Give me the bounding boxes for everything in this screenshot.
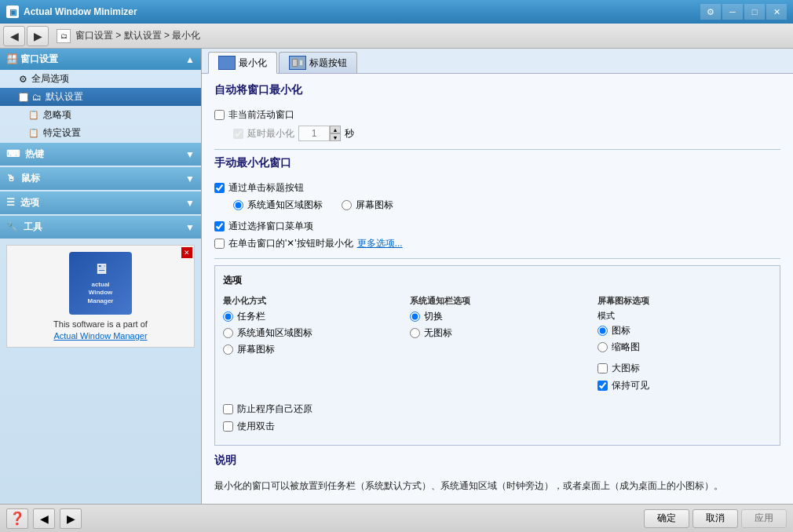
title-btn-row: 通过单击标题按钮 [214, 181, 780, 195]
sidebar-section-window-settings[interactable]: 🪟 窗口设置 ▲ [0, 49, 201, 70]
delay-value-input[interactable] [298, 126, 330, 141]
thumbmode-radio[interactable] [597, 342, 608, 352]
sidebar-section-mouse[interactable]: 🖱 鼠标 ▼ [0, 167, 201, 190]
systray-radio-row: 系统通知区域图标 [233, 199, 323, 212]
keepvisible-label[interactable]: 保持可见 [612, 379, 649, 392]
forward-button[interactable]: ▶ [27, 26, 49, 46]
sidebar-item-specific[interactable]: 📋 特定设置 [0, 124, 201, 142]
sidebar-section-options[interactable]: ☰ 选项 ▼ [0, 191, 201, 214]
non-active-label[interactable]: 非当前活动窗口 [228, 108, 294, 122]
systray-label[interactable]: 系统通知区域图标 [247, 199, 323, 212]
delay-checkbox[interactable] [233, 129, 243, 139]
apply-button[interactable]: 应用 [741, 509, 787, 528]
expand-icon: ▼ [185, 198, 195, 209]
minimize-tab-icon [218, 56, 236, 70]
back-status-btn[interactable]: ◀ [33, 508, 55, 529]
titlebutton-tab-icon [289, 56, 306, 70]
title-btn-label[interactable]: 通过单击标题按钮 [228, 181, 304, 195]
sidebar-item-label: 特定设置 [43, 126, 81, 140]
screenopt-label[interactable]: 屏幕图标 [237, 343, 275, 356]
double-click-label[interactable]: 使用双击 [237, 420, 275, 433]
iconmode-radio[interactable] [597, 326, 608, 336]
toggle-radio[interactable] [410, 312, 420, 322]
iconmode-label[interactable]: 图标 [612, 324, 630, 337]
hotkeys-icon: ⌨ [6, 148, 20, 159]
default-checkbox[interactable] [19, 93, 28, 102]
sidebar-item-ignore[interactable]: 📋 忽略项 [0, 106, 201, 124]
help-btn[interactable]: ❓ [6, 508, 28, 529]
sidebar-item-label: 全局选项 [31, 72, 69, 86]
screenicon-radio[interactable] [342, 200, 352, 210]
screenicon-radio-row: 屏幕图标 [342, 199, 393, 212]
section-divider-2 [214, 258, 780, 259]
double-click-checkbox[interactable] [223, 421, 233, 432]
close-window-btn[interactable]: ✕ [766, 4, 787, 20]
thumbmode-radio-row: 缩略图 [597, 341, 772, 354]
taskbar-label[interactable]: 任务栏 [237, 310, 265, 323]
noicon-radio[interactable] [410, 328, 420, 338]
prevent-restore-row: 防止程序自己还原 [223, 403, 772, 416]
back-button[interactable]: ◀ [3, 26, 25, 46]
maximize-window-btn[interactable]: □ [744, 4, 765, 20]
prevent-restore-checkbox[interactable] [223, 404, 233, 414]
options-icon: ☰ [6, 197, 15, 208]
app-icon: ▣ [6, 5, 19, 18]
col1-title: 最小化方式 [223, 295, 397, 307]
description-title: 说明 [214, 454, 780, 471]
noicon-label[interactable]: 无图标 [424, 326, 452, 340]
sidebar-section-tools[interactable]: 🔧 工具 ▼ [0, 216, 201, 239]
settings-btn[interactable]: ⚙ [700, 4, 721, 20]
status-icons: ❓ ◀ ▶ [6, 508, 641, 529]
delay-spinner: ▲ ▼ [298, 126, 341, 141]
default-icon: 🗂 [32, 92, 42, 103]
forward-status-btn[interactable]: ▶ [60, 508, 82, 529]
sidebar-item-global[interactable]: ⚙ 全局选项 [0, 70, 201, 88]
promo-box: ✕ 🖥 actualWindowManager This software is… [6, 245, 195, 348]
promo-close-btn[interactable]: ✕ [181, 247, 192, 258]
expand-icon: ▼ [185, 149, 195, 160]
systray-radio[interactable] [233, 200, 243, 210]
menu-checkbox[interactable] [214, 221, 225, 231]
spin-down-btn[interactable]: ▼ [330, 133, 341, 141]
keepvisible-checkbox[interactable] [597, 381, 608, 391]
more-options-link[interactable]: 更多选项... [357, 237, 403, 250]
title-btn-checkbox[interactable] [214, 183, 225, 193]
screenicon-label[interactable]: 屏幕图标 [356, 199, 393, 212]
largeicon-checkbox[interactable] [597, 363, 608, 373]
sidebar-section-hotkeys[interactable]: ⌨ 热键 ▼ [0, 143, 201, 166]
noicon-radio-row: 无图标 [410, 326, 584, 340]
largeicon-label[interactable]: 大图标 [612, 362, 640, 375]
spin-buttons: ▲ ▼ [330, 126, 341, 141]
close-min-label[interactable]: 在单击窗口的'✕'按钮时最小化 [228, 237, 353, 250]
col3-title: 屏幕图标选项 [597, 295, 772, 307]
systrayopt-radio[interactable] [223, 328, 233, 338]
global-icon: ⚙ [19, 74, 27, 85]
screenopt-radio[interactable] [223, 344, 233, 355]
prevent-restore-label[interactable]: 防止程序自己还原 [237, 403, 312, 416]
tab-minimize[interactable]: 最小化 [208, 52, 277, 74]
breadcrumb-icon: 🗂 [57, 29, 71, 43]
radio-group: 系统通知区域图标 屏幕图标 [233, 199, 780, 215]
thumbmode-label[interactable]: 缩略图 [612, 341, 640, 354]
description-text: 最小化的窗口可以被放置到任务栏（系统默认方式）、系统通知区域（时钟旁边），或者桌… [214, 479, 780, 493]
cancel-button[interactable]: 取消 [693, 509, 738, 528]
promo-link[interactable]: Actual Window Manager [13, 331, 188, 341]
systrayopt-label[interactable]: 系统通知区域图标 [237, 326, 312, 340]
non-active-row: 非当前活动窗口 [214, 108, 780, 122]
tab-titlebutton[interactable]: 标题按钮 [279, 52, 357, 73]
expand-icon: ▼ [185, 173, 195, 184]
auto-minimize-title: 自动将窗口最小化 [214, 83, 780, 100]
confirm-button[interactable]: 确定 [644, 509, 689, 528]
taskbar-radio[interactable] [223, 312, 233, 322]
collapse-icon: ▲ [185, 54, 195, 65]
mouse-icon: 🖱 [6, 173, 16, 184]
specific-icon: 📋 [28, 128, 39, 138]
minimize-window-btn[interactable]: ─ [722, 4, 743, 20]
close-min-checkbox[interactable] [214, 239, 225, 249]
sidebar-item-default[interactable]: 🗂 默认设置 [0, 88, 201, 106]
taskbar-radio-row: 任务栏 [223, 310, 397, 323]
toggle-label[interactable]: 切换 [424, 310, 443, 323]
menu-label[interactable]: 通过选择窗口菜单项 [228, 220, 313, 233]
spin-up-btn[interactable]: ▲ [330, 126, 341, 133]
non-active-checkbox[interactable] [214, 110, 225, 120]
